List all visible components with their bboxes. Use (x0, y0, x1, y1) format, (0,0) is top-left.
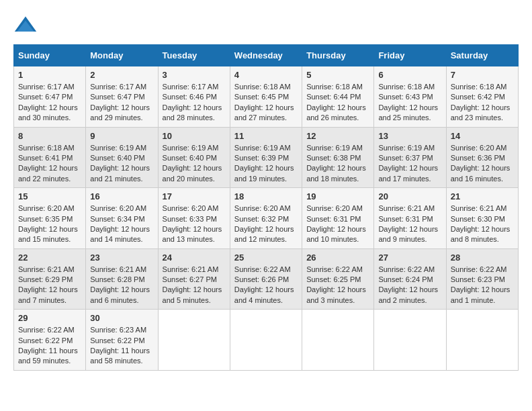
day-info: Sunrise: 6:23 AM Sunset: 6:22 PM Dayligh… (90, 325, 153, 367)
logo-icon (13, 13, 38, 38)
calendar-cell: 5 Sunrise: 6:18 AM Sunset: 6:44 PM Dayli… (302, 66, 374, 128)
calendar-week-row: 1 Sunrise: 6:17 AM Sunset: 6:47 PM Dayli… (14, 66, 519, 128)
day-info: Sunrise: 6:17 AM Sunset: 6:47 PM Dayligh… (90, 82, 153, 124)
calendar-cell: 11 Sunrise: 6:19 AM Sunset: 6:39 PM Dayl… (230, 127, 302, 188)
page-header (13, 13, 519, 38)
day-info: Sunrise: 6:21 AM Sunset: 6:29 PM Dayligh… (18, 265, 81, 306)
day-number: 14 (451, 131, 514, 141)
day-number: 30 (90, 313, 153, 323)
calendar-cell: 23 Sunrise: 6:21 AM Sunset: 6:28 PM Dayl… (86, 248, 158, 310)
calendar-week-row: 22 Sunrise: 6:21 AM Sunset: 6:29 PM Dayl… (14, 248, 519, 310)
day-number: 13 (378, 131, 441, 141)
day-number: 17 (163, 191, 226, 201)
day-info: Sunrise: 6:17 AM Sunset: 6:46 PM Dayligh… (163, 82, 226, 124)
calendar-cell: 19 Sunrise: 6:20 AM Sunset: 6:31 PM Dayl… (302, 188, 374, 249)
calendar-cell: 7 Sunrise: 6:18 AM Sunset: 6:42 PM Dayli… (446, 66, 518, 128)
calendar-cell: 20 Sunrise: 6:21 AM Sunset: 6:31 PM Dayl… (374, 188, 446, 249)
day-number: 18 (234, 191, 298, 201)
calendar-cell: 15 Sunrise: 6:20 AM Sunset: 6:35 PM Dayl… (14, 188, 86, 249)
day-info: Sunrise: 6:20 AM Sunset: 6:34 PM Dayligh… (90, 203, 153, 245)
day-info: Sunrise: 6:19 AM Sunset: 6:40 PM Dayligh… (163, 143, 226, 185)
weekday-header-tuesday: Tuesday (158, 45, 230, 66)
day-number: 25 (234, 253, 298, 263)
calendar-cell: 12 Sunrise: 6:19 AM Sunset: 6:38 PM Dayl… (302, 127, 374, 188)
weekday-header-saturday: Saturday (446, 45, 518, 66)
calendar-cell: 26 Sunrise: 6:22 AM Sunset: 6:25 PM Dayl… (302, 248, 374, 310)
calendar-cell: 21 Sunrise: 6:21 AM Sunset: 6:30 PM Dayl… (446, 188, 518, 249)
calendar-cell: 4 Sunrise: 6:18 AM Sunset: 6:45 PM Dayli… (230, 66, 302, 128)
calendar-cell: 24 Sunrise: 6:21 AM Sunset: 6:27 PM Dayl… (158, 248, 230, 310)
calendar-week-row: 29 Sunrise: 6:22 AM Sunset: 6:22 PM Dayl… (14, 310, 519, 371)
day-info: Sunrise: 6:22 AM Sunset: 6:22 PM Dayligh… (18, 325, 81, 367)
day-info: Sunrise: 6:18 AM Sunset: 6:44 PM Dayligh… (306, 82, 369, 124)
day-number: 10 (163, 131, 226, 141)
day-info: Sunrise: 6:20 AM Sunset: 6:35 PM Dayligh… (18, 203, 81, 245)
day-number: 26 (306, 253, 369, 263)
day-info: Sunrise: 6:19 AM Sunset: 6:39 PM Dayligh… (234, 143, 298, 185)
day-info: Sunrise: 6:18 AM Sunset: 6:45 PM Dayligh… (234, 82, 298, 124)
calendar-cell (446, 310, 518, 371)
calendar-cell (374, 310, 446, 371)
calendar-cell: 6 Sunrise: 6:18 AM Sunset: 6:43 PM Dayli… (374, 66, 446, 128)
calendar-cell: 3 Sunrise: 6:17 AM Sunset: 6:46 PM Dayli… (158, 66, 230, 128)
calendar-cell: 8 Sunrise: 6:18 AM Sunset: 6:41 PM Dayli… (14, 127, 86, 188)
calendar-cell: 25 Sunrise: 6:22 AM Sunset: 6:26 PM Dayl… (230, 248, 302, 310)
day-info: Sunrise: 6:17 AM Sunset: 6:47 PM Dayligh… (18, 82, 81, 124)
calendar-cell (302, 310, 374, 371)
day-number: 15 (18, 191, 81, 201)
calendar-cell: 14 Sunrise: 6:20 AM Sunset: 6:36 PM Dayl… (446, 127, 518, 188)
weekday-header-wednesday: Wednesday (230, 45, 302, 66)
day-number: 24 (163, 253, 226, 263)
day-number: 9 (90, 131, 153, 141)
day-info: Sunrise: 6:19 AM Sunset: 6:38 PM Dayligh… (306, 143, 369, 185)
day-number: 20 (378, 191, 441, 201)
day-number: 8 (18, 131, 81, 141)
calendar-cell (158, 310, 230, 371)
day-number: 5 (306, 70, 369, 80)
calendar-cell: 18 Sunrise: 6:20 AM Sunset: 6:32 PM Dayl… (230, 188, 302, 249)
weekday-header-row: SundayMondayTuesdayWednesdayThursdayFrid… (14, 45, 519, 66)
calendar-week-row: 15 Sunrise: 6:20 AM Sunset: 6:35 PM Dayl… (14, 188, 519, 249)
day-number: 3 (163, 70, 226, 80)
calendar-cell: 2 Sunrise: 6:17 AM Sunset: 6:47 PM Dayli… (86, 66, 158, 128)
day-number: 2 (90, 70, 153, 80)
day-info: Sunrise: 6:20 AM Sunset: 6:36 PM Dayligh… (451, 143, 514, 185)
calendar-cell: 30 Sunrise: 6:23 AM Sunset: 6:22 PM Dayl… (86, 310, 158, 371)
weekday-header-friday: Friday (374, 45, 446, 66)
calendar-cell (230, 310, 302, 371)
calendar-week-row: 8 Sunrise: 6:18 AM Sunset: 6:41 PM Dayli… (14, 127, 519, 188)
day-number: 6 (378, 70, 441, 80)
day-info: Sunrise: 6:22 AM Sunset: 6:26 PM Dayligh… (234, 265, 298, 306)
day-number: 22 (18, 253, 81, 263)
calendar-cell: 13 Sunrise: 6:19 AM Sunset: 6:37 PM Dayl… (374, 127, 446, 188)
day-number: 23 (90, 253, 153, 263)
day-number: 1 (18, 70, 81, 80)
day-info: Sunrise: 6:20 AM Sunset: 6:32 PM Dayligh… (234, 203, 298, 245)
calendar-cell: 10 Sunrise: 6:19 AM Sunset: 6:40 PM Dayl… (158, 127, 230, 188)
calendar-cell: 22 Sunrise: 6:21 AM Sunset: 6:29 PM Dayl… (14, 248, 86, 310)
calendar-cell: 16 Sunrise: 6:20 AM Sunset: 6:34 PM Dayl… (86, 188, 158, 249)
calendar-table: SundayMondayTuesdayWednesdayThursdayFrid… (13, 44, 519, 371)
weekday-header-sunday: Sunday (14, 45, 86, 66)
calendar-cell: 27 Sunrise: 6:22 AM Sunset: 6:24 PM Dayl… (374, 248, 446, 310)
day-number: 16 (90, 191, 153, 201)
day-info: Sunrise: 6:18 AM Sunset: 6:43 PM Dayligh… (378, 82, 441, 124)
day-info: Sunrise: 6:21 AM Sunset: 6:31 PM Dayligh… (378, 203, 441, 245)
day-info: Sunrise: 6:22 AM Sunset: 6:23 PM Dayligh… (451, 265, 514, 306)
calendar-cell: 9 Sunrise: 6:19 AM Sunset: 6:40 PM Dayli… (86, 127, 158, 188)
calendar-cell: 17 Sunrise: 6:20 AM Sunset: 6:33 PM Dayl… (158, 188, 230, 249)
calendar-cell: 1 Sunrise: 6:17 AM Sunset: 6:47 PM Dayli… (14, 66, 86, 128)
logo (13, 13, 42, 38)
day-info: Sunrise: 6:21 AM Sunset: 6:27 PM Dayligh… (163, 265, 226, 306)
weekday-header-monday: Monday (86, 45, 158, 66)
day-number: 7 (451, 70, 514, 80)
day-info: Sunrise: 6:21 AM Sunset: 6:30 PM Dayligh… (451, 203, 514, 245)
day-info: Sunrise: 6:20 AM Sunset: 6:33 PM Dayligh… (163, 203, 226, 245)
day-number: 27 (378, 253, 441, 263)
day-number: 29 (18, 313, 81, 323)
day-number: 28 (451, 253, 514, 263)
day-number: 12 (306, 131, 369, 141)
day-info: Sunrise: 6:22 AM Sunset: 6:25 PM Dayligh… (306, 265, 369, 306)
day-number: 11 (234, 131, 298, 141)
day-info: Sunrise: 6:19 AM Sunset: 6:40 PM Dayligh… (90, 143, 153, 185)
